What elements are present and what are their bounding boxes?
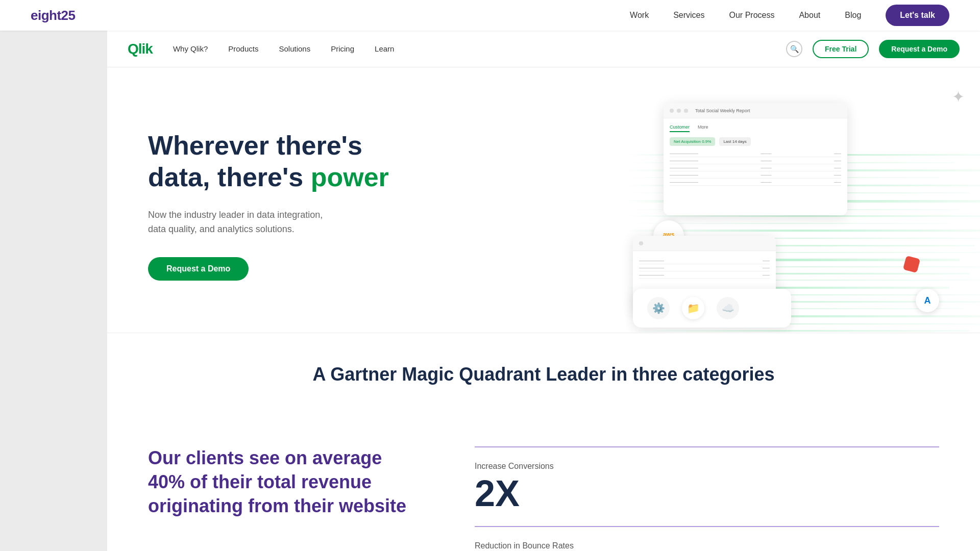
dash-title-bar: Total Social Weekly Report	[695, 108, 750, 113]
cell: ———————	[639, 266, 664, 269]
stat-box-1: Net Acquisition 0.9%	[670, 137, 715, 146]
agency-nav-links: Work Services Our Process About Blog Let…	[630, 5, 949, 26]
stat-item-conversions: Increase Conversions 2X	[475, 446, 939, 526]
mini-dash-body: ——————— —— ——————— —— ——————— ——	[633, 251, 776, 285]
dash-tab-customer[interactable]: Customer	[670, 124, 690, 132]
gartner-section: A Gartner Magic Quadrant Leader in three…	[107, 333, 980, 416]
sidebar	[0, 0, 107, 551]
stat-value-conversions: 2X	[475, 475, 939, 512]
table-row: ———————— ——— ——	[670, 150, 841, 157]
lets-talk-button[interactable]: Let's talk	[886, 5, 949, 26]
hex-icon: ✦	[952, 88, 965, 106]
cell: ——	[763, 266, 770, 269]
stat-label-conversions: Increase Conversions	[475, 462, 939, 471]
cell: ——	[763, 259, 770, 262]
cell: ——	[834, 166, 841, 169]
nav-link-blog[interactable]: Blog	[845, 11, 861, 20]
qlik-nav-links: Why Qlik? Products Solutions Pricing Lea…	[173, 44, 786, 53]
dash-table: ———————— ——— —— ———————— ——— —— ————————	[670, 150, 841, 186]
nav-link-about[interactable]: About	[799, 11, 820, 20]
agency-navbar: eight25 Work Services Our Process About …	[0, 0, 980, 31]
table-row: ———————— ——— ——	[670, 171, 841, 179]
cell: ———	[761, 166, 772, 169]
icons-panel: ⚙️ 📁 ☁️	[633, 289, 791, 328]
qlik-nav-why[interactable]: Why Qlik?	[173, 44, 208, 53]
table-row: ——————— ——	[639, 257, 770, 264]
table-row: ——————— ——	[639, 264, 770, 271]
cell: ———	[761, 180, 772, 184]
cell: ————————	[670, 173, 698, 177]
cell: ——	[834, 152, 841, 155]
azure-badge: A	[916, 289, 939, 312]
azure-icon: A	[924, 295, 931, 306]
transform-icon[interactable]: ⚙️	[647, 297, 670, 319]
stats-section: Our clients see on average 40% of their …	[107, 416, 980, 551]
stat-item-bounce: Reduction in Bounce Rates 37%	[475, 526, 939, 551]
cell: ————————	[670, 166, 698, 169]
mini-dash-header	[633, 236, 776, 251]
qlik-nav-pricing[interactable]: Pricing	[331, 44, 354, 53]
nav-link-services[interactable]: Services	[673, 11, 704, 20]
main-wrapper: Qlik Why Qlik? Products Solutions Pricin…	[107, 0, 980, 551]
qlik-nav-right: 🔍 Free Trial Request a Demo	[786, 40, 960, 58]
svg-rect-24	[623, 330, 970, 332]
cell: ——	[834, 173, 841, 177]
cell: ——	[763, 273, 770, 277]
dashboard-main-card: Total Social Weekly Report Customer More…	[664, 103, 847, 215]
dash-tab-more[interactable]: More	[698, 124, 708, 132]
stats-headline: Our clients see on average 40% of their …	[148, 446, 413, 518]
cell: ——	[834, 180, 841, 184]
cell: ————————	[670, 159, 698, 162]
stats-right: Increase Conversions 2X Reduction in Bou…	[475, 446, 939, 551]
cell: ———————	[639, 273, 664, 277]
search-icon[interactable]: 🔍	[786, 41, 802, 57]
cell: ————————	[670, 152, 698, 155]
cloud-icon[interactable]: ☁️	[717, 297, 739, 319]
dash-body: Customer More Net Acquisition 0.9% Last …	[664, 118, 847, 192]
dash-dot-3	[684, 109, 688, 113]
agency-logo: eight25	[31, 8, 76, 23]
folder-icon[interactable]: 📁	[682, 297, 704, 319]
table-row: ———————— ——— ——	[670, 164, 841, 171]
stat-box-2: Last 14 days	[719, 137, 750, 146]
cell: ———————	[639, 259, 664, 262]
hero-subtitle: Now the industry leader in data integrat…	[148, 208, 389, 237]
client-page: Qlik Why Qlik? Products Solutions Pricin…	[107, 31, 980, 551]
free-trial-button[interactable]: Free Trial	[813, 40, 869, 58]
request-demo-button-nav[interactable]: Request a Demo	[879, 40, 960, 58]
red-cube-icon	[903, 256, 920, 273]
hero-visual: Total Social Weekly Report Customer More…	[623, 88, 980, 333]
svg-rect-8	[623, 215, 980, 217]
table-row: ———————— ——— ——	[670, 157, 841, 164]
mini-dot	[639, 241, 643, 245]
dash-stats: Net Acquisition 0.9% Last 14 days	[670, 137, 841, 146]
nav-link-work[interactable]: Work	[630, 11, 649, 20]
hero-title: Wherever there's data, there's power	[148, 130, 389, 193]
qlik-navbar: Qlik Why Qlik? Products Solutions Pricin…	[107, 31, 980, 67]
cell: ————————	[670, 180, 698, 184]
cell: ———	[761, 152, 772, 155]
hero-text: Wherever there's data, there's power Now…	[148, 130, 389, 281]
nav-link-our-process[interactable]: Our Process	[729, 11, 775, 20]
dash-tab-row: Customer More	[670, 124, 841, 132]
table-row: ——————— ——	[639, 271, 770, 279]
stat-label-bounce: Reduction in Bounce Rates	[475, 541, 939, 550]
mini-table: ——————— —— ——————— —— ——————— ——	[639, 257, 770, 279]
gartner-title: A Gartner Magic Quadrant Leader in three…	[148, 364, 939, 385]
qlik-nav-products[interactable]: Products	[228, 44, 258, 53]
hero-section: Wherever there's data, there's power Now…	[107, 67, 980, 333]
dash-header: Total Social Weekly Report	[664, 103, 847, 118]
dash-dot-1	[670, 109, 674, 113]
cell: ——	[834, 159, 841, 162]
cell: ———	[761, 159, 772, 162]
stats-left: Our clients see on average 40% of their …	[148, 446, 413, 518]
qlik-nav-solutions[interactable]: Solutions	[279, 44, 310, 53]
cell: ———	[761, 173, 772, 177]
table-row: ———————— ——— ——	[670, 179, 841, 186]
dash-dot-2	[677, 109, 681, 113]
hero-cta-button[interactable]: Request a Demo	[148, 257, 249, 281]
qlik-nav-learn[interactable]: Learn	[375, 44, 394, 53]
qlik-logo: Qlik	[128, 41, 153, 57]
